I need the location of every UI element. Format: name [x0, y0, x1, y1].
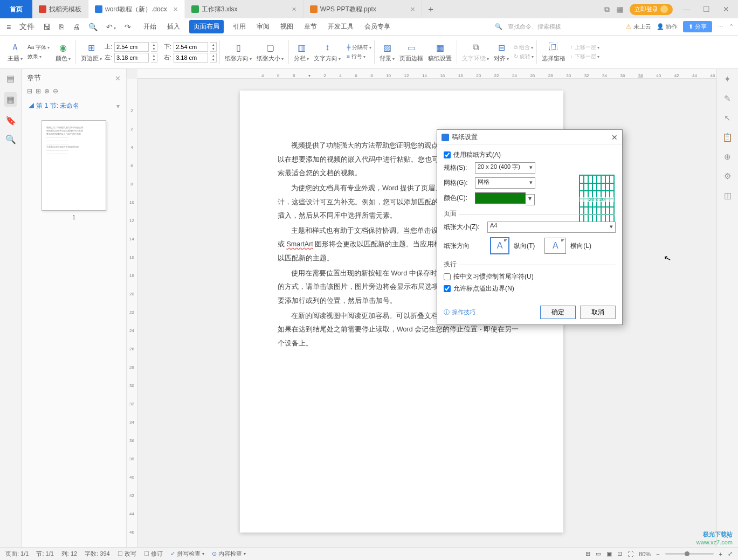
view-outline-icon[interactable]: ⊡ — [617, 550, 622, 557]
tab-start[interactable]: 开始 — [142, 20, 158, 33]
spinner[interactable]: ▲▼ — [210, 53, 217, 63]
cancel-button[interactable]: 取消 — [580, 306, 616, 319]
landscape-button[interactable]: A — [544, 238, 566, 254]
apps-icon[interactable]: ▦ — [616, 5, 623, 13]
page-thumbnail[interactable]: 视频提供了功能强大的方法帮助您证明您的观点当您单击联机视频时可以在想要添加的视频… — [22, 114, 126, 227]
maximize-button[interactable]: ☐ — [700, 5, 713, 13]
view-mode-icon[interactable]: ⊞ — [585, 550, 590, 557]
font-button[interactable]: Aa 字体 — [27, 44, 50, 51]
status-track[interactable]: ☐ 改写 — [118, 550, 136, 558]
file-menu[interactable]: 文件 — [17, 21, 37, 33]
tab-review[interactable]: 审阅 — [255, 20, 271, 33]
shape-icon[interactable]: ⊕ — [724, 152, 731, 162]
menu-icon[interactable]: ≡ — [4, 22, 13, 32]
tab-templates[interactable]: 找稻壳模板 — [32, 0, 88, 18]
status-section[interactable]: 节: 1/1 — [36, 550, 53, 558]
tab-word-doc[interactable]: word教程（新）.docx ✕ — [88, 0, 185, 18]
tips-link[interactable]: ⓘ 操作技巧 — [444, 308, 475, 316]
document-area[interactable]: 468▾246810121416182022242628303234363840… — [127, 69, 716, 547]
tab-view[interactable]: 视图 — [279, 20, 295, 33]
use-genko-checkbox[interactable] — [444, 151, 451, 158]
margin-right-input[interactable] — [174, 53, 208, 63]
rotate-button[interactable]: ↻ 旋转 — [514, 53, 534, 60]
zoom-slider[interactable] — [665, 553, 714, 555]
tab-ppt[interactable]: WPS PPT教程.pptx ✕ — [304, 0, 422, 18]
cloud-status[interactable]: ⚠ 未上云 — [626, 23, 651, 31]
status-page[interactable]: 页面: 1/1 — [5, 550, 29, 558]
spinner[interactable]: ▲▼ — [151, 53, 157, 63]
close-icon[interactable]: ✕ — [410, 6, 415, 13]
spinner[interactable]: ▲▼ — [151, 42, 157, 52]
close-icon[interactable]: ✕ — [173, 6, 178, 13]
breaks-button[interactable]: ╪ 分隔符 — [347, 44, 371, 51]
align-button[interactable]: ⊟对齐 — [492, 40, 511, 64]
tab-excel[interactable]: 工作簿3.xlsx ✕ — [185, 0, 304, 18]
papersize-select[interactable]: A4 — [487, 222, 616, 233]
theme-button[interactable]: Ａ 主题 — [5, 40, 25, 64]
size-button[interactable]: ▢纸张大小 — [254, 40, 286, 64]
tab-dev[interactable]: 开发工具 — [326, 20, 355, 33]
select-icon[interactable]: ↖ — [724, 113, 731, 123]
zoom-value[interactable]: 80% — [639, 551, 651, 557]
zoom-in-button[interactable]: + — [719, 551, 722, 557]
favorite-icon[interactable]: ⚙ — [724, 171, 731, 181]
nav-collapse-icon[interactable]: ⊟ — [27, 87, 32, 95]
status-content[interactable]: ⊙内容检查▾ — [212, 550, 246, 558]
down-layer-button[interactable]: ↓ 下移一层 — [570, 53, 599, 60]
effect-button[interactable]: 效果 — [27, 53, 50, 60]
collapse-ribbon-icon[interactable]: ⌃ — [729, 23, 734, 30]
login-button[interactable]: 立即登录 — [630, 4, 673, 15]
fullscreen-icon[interactable]: ⤢ — [728, 550, 733, 557]
print-preview-icon[interactable]: 🔍 — [86, 22, 100, 32]
status-revise[interactable]: ☐ 修订 — [144, 550, 163, 558]
minimize-ribbon-icon[interactable]: ⋯ — [718, 23, 723, 30]
margin-top-input[interactable] — [114, 42, 149, 52]
share-button[interactable]: ⬆ 分享 — [683, 21, 712, 32]
portrait-button[interactable]: A — [490, 237, 509, 254]
save-icon[interactable]: 🖫 — [41, 22, 53, 32]
view-print-icon[interactable]: ▭ — [596, 550, 601, 557]
status-words[interactable]: 字数: 394 — [85, 550, 109, 558]
zoom-fit-icon[interactable]: ⛶ — [627, 551, 633, 557]
close-window-button[interactable]: ✕ — [720, 5, 733, 13]
ok-button[interactable]: 确定 — [540, 306, 576, 319]
background-button[interactable]: ▨背景 — [377, 40, 397, 64]
search-hint[interactable]: 查找命令、搜索模板 — [508, 23, 561, 31]
genko-button[interactable]: ▦稿纸设置 — [426, 40, 454, 64]
clipboard-icon[interactable]: 📋 — [722, 133, 733, 142]
color-button[interactable]: ◉ 颜色 — [53, 40, 73, 64]
tab-section[interactable]: 章节 — [302, 20, 319, 33]
linenum-button[interactable]: ≡ 行号 — [347, 53, 371, 60]
view-web-icon[interactable]: ▣ — [606, 550, 612, 557]
horizontal-ruler[interactable]: 468▾246810121416182022242628303234363840… — [137, 69, 716, 79]
nav-close-icon[interactable]: ✕ — [115, 74, 121, 82]
cjk-wrap-checkbox[interactable] — [444, 273, 451, 280]
margins-button[interactable]: ⊞ 页边距 — [79, 40, 104, 64]
grid-select[interactable]: 网格 — [475, 177, 535, 189]
zoom-out-button[interactable]: − — [656, 551, 659, 557]
undo-icon[interactable]: ↶ — [104, 22, 118, 32]
vertical-ruler[interactable]: 2246810121416182022242628303234363840424… — [127, 79, 137, 547]
columns-button[interactable]: ▥分栏 — [292, 40, 311, 64]
spec-select[interactable]: 20 x 20 (400 字) — [475, 162, 535, 174]
textdir-button[interactable]: ↕文字方向 — [312, 40, 343, 64]
selection-pane-button[interactable]: ⿴选择窗格 — [540, 40, 568, 64]
tab-insert[interactable]: 插入 — [165, 20, 182, 33]
margin-bottom-input[interactable] — [174, 42, 208, 52]
section-icon[interactable]: ▦ — [4, 92, 17, 107]
nav-expand-icon[interactable]: ⊞ — [36, 87, 41, 95]
tab-pagelayout[interactable]: 页面布局 — [189, 20, 224, 33]
outline-icon[interactable]: ▤ — [6, 73, 15, 84]
close-icon[interactable]: ✕ — [292, 6, 296, 13]
tab-vip[interactable]: 会员专享 — [363, 20, 392, 33]
search-icon[interactable]: 🔍 — [5, 134, 16, 144]
nav-delete-icon[interactable]: ⊖ — [53, 87, 58, 95]
orientation-button[interactable]: ▯纸张方向 — [223, 40, 254, 64]
status-col[interactable]: 列: 12 — [61, 550, 77, 558]
nav-add-icon[interactable]: ⊕ — [44, 87, 50, 95]
dialog-close-button[interactable]: ✕ — [611, 133, 618, 142]
pageborder-button[interactable]: ▭页面边框 — [397, 40, 425, 64]
layer-icon[interactable]: ◫ — [724, 191, 732, 201]
minimize-button[interactable]: — — [679, 5, 693, 13]
up-layer-button[interactable]: ↑ 上移一层 — [570, 44, 599, 51]
